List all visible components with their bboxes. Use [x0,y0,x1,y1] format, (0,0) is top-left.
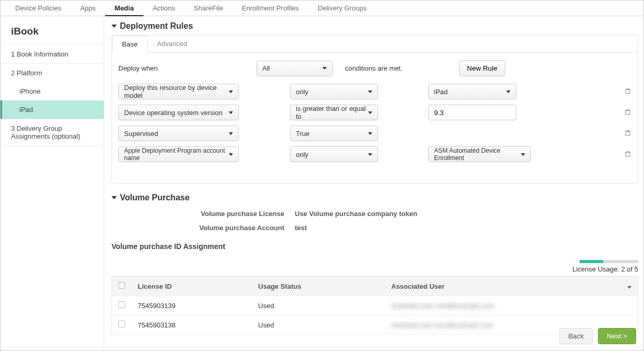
vp-account-value: test [295,224,307,232]
deploy-when-label: Deploy when [118,64,249,72]
cell-license-id: 7545903139 [131,296,252,315]
caret-down-icon [112,25,117,28]
rule1-field-value: Deploy this resource by device model [124,84,229,99]
cell-associated-user: redacted-user-one@example.com [391,302,494,310]
nav-enrollment-profiles[interactable]: Enrollment Profiles [232,1,308,16]
deploy-when-selector[interactable]: All [257,61,332,76]
rule3-delete-icon[interactable] [624,129,631,138]
rule1-field[interactable]: Deploy this resource by device model [118,84,239,99]
row-checkbox[interactable] [118,301,125,308]
row-checkbox[interactable] [118,321,125,327]
select-all-checkbox[interactable] [118,282,125,289]
rule4-delete-icon[interactable] [624,150,631,159]
rule4-field[interactable]: Apple Deployment Program account name [118,146,239,162]
tab-advanced[interactable]: Advanced [148,36,197,52]
rule4-op-value: only [296,151,308,158]
cell-license-id: 7545903138 [131,315,252,335]
nav-media[interactable]: Media [105,1,143,16]
rule2-op-value: is greater than or equal to [296,105,368,120]
chevron-down-icon [368,111,372,114]
conditions-met-label: conditions are met. [345,64,403,72]
nav-sharefile[interactable]: ShareFile [184,1,232,16]
rule2-delete-icon[interactable] [624,108,631,117]
col-usage-status[interactable]: Usage Status [252,277,385,296]
new-rule-button[interactable]: New Rule [459,60,505,76]
rule4-value-text: ASM Automated Device Enrollment [434,147,521,162]
cell-usage-status: Used [252,296,385,315]
rule3-op[interactable]: True [290,126,378,141]
back-button[interactable]: Back [559,328,593,344]
rule1-value-text: iPad [434,88,448,96]
expand-column-toggle[interactable] [621,277,638,296]
rule1-delete-icon[interactable] [624,87,631,96]
nav-device-policies[interactable]: Device Policies [6,1,71,16]
chevron-down-icon [323,67,327,70]
vp-account-label: Volume purchase Account [112,224,284,232]
rule3-field[interactable]: Supervised [118,126,239,141]
cell-associated-user: redacted-user-two@example.com [391,321,493,329]
nav-actions[interactable]: Actions [143,1,185,16]
caret-down-icon [112,196,117,199]
chevron-down-icon [521,153,525,156]
svg-rect-1 [626,110,630,115]
cell-usage-status: Used [252,315,385,335]
chevron-down-icon [229,90,233,93]
rule3-op-value: True [296,130,309,138]
rule1-op[interactable]: only [290,84,378,99]
volume-purchase-heading[interactable]: Volume Purchase [112,193,638,202]
sidebar-item-platform[interactable]: 2 Platform [1,63,104,82]
deployment-rules-title: Deployment Rules [120,21,193,31]
rule1-op-value: only [296,88,308,96]
tab-base[interactable]: Base [112,36,148,53]
rule4-value[interactable]: ASM Automated Device Enrollment [428,146,531,162]
volume-purchase-info: Volume purchase License Use Volume purch… [112,210,638,232]
sidebar-item-iphone[interactable]: iPhone [1,82,104,100]
vp-license-value: Use Volume purchase company token [295,210,417,218]
rule2-value-input[interactable] [428,105,516,120]
chevron-down-icon [627,286,631,289]
chevron-down-icon [229,132,233,135]
deploy-when-row: Deploy when All conditions are met. New … [118,60,631,76]
next-button[interactable]: Next > [598,328,636,344]
license-usage-fill [580,260,603,263]
license-usage-bar [112,260,638,263]
main-content: Deployment Rules Base Advanced Deploy wh… [104,16,643,350]
svg-rect-2 [626,131,630,135]
table-row[interactable]: 7545903139 Used redacted-user-one@exampl… [112,296,638,315]
svg-rect-3 [626,152,630,156]
nav-apps[interactable]: Apps [71,1,105,16]
rules-grid: Deploy this resource by device model onl… [118,84,631,162]
rule4-op[interactable]: only [290,146,378,162]
chevron-down-icon [229,111,233,114]
rule2-op[interactable]: is greater than or equal to [290,105,378,120]
rule1-value[interactable]: iPad [428,84,516,99]
rule4-field-value: Apple Deployment Program account name [124,147,229,162]
sidebar-item-ipad[interactable]: iPad [1,100,104,119]
deployment-rules-heading[interactable]: Deployment Rules [112,21,638,31]
deployment-rules-panel: Base Advanced Deploy when All conditions… [112,35,638,184]
rule2-field-value: Device operating system version [124,109,223,117]
col-license-id[interactable]: License ID [131,277,252,296]
license-table: License ID Usage Status Associated User … [112,276,638,335]
chevron-down-icon [229,153,233,156]
chevron-down-icon [368,132,372,135]
sidebar-title: iBook [1,16,104,44]
chevron-down-icon [506,90,510,93]
rule3-field-value: Supervised [124,130,158,138]
sidebar-item-book-info[interactable]: 1 Book Information [1,44,104,63]
footer-actions: Back Next > [559,328,636,344]
rule2-field[interactable]: Device operating system version [118,105,239,120]
col-associated-user[interactable]: Associated User [385,277,621,296]
nav-delivery-groups[interactable]: Delivery Groups [308,1,376,16]
vp-license-label: Volume purchase License [112,210,284,218]
chevron-down-icon [368,153,372,156]
svg-rect-0 [626,89,630,94]
volume-purchase-title: Volume Purchase [120,193,190,202]
sidebar: iBook 1 Book Information 2 Platform iPho… [1,16,104,350]
deploy-when-value: All [262,64,270,72]
sidebar-item-delivery-groups[interactable]: 3 Delivery Group Assignments (optional) [1,119,104,146]
license-usage-text: License Usage: 2 of 5 [112,265,638,273]
chevron-down-icon [368,90,372,93]
rules-tabbar: Base Advanced [112,36,638,53]
vp-id-assignment-heading: Volume purchase ID Assignment [112,242,638,251]
